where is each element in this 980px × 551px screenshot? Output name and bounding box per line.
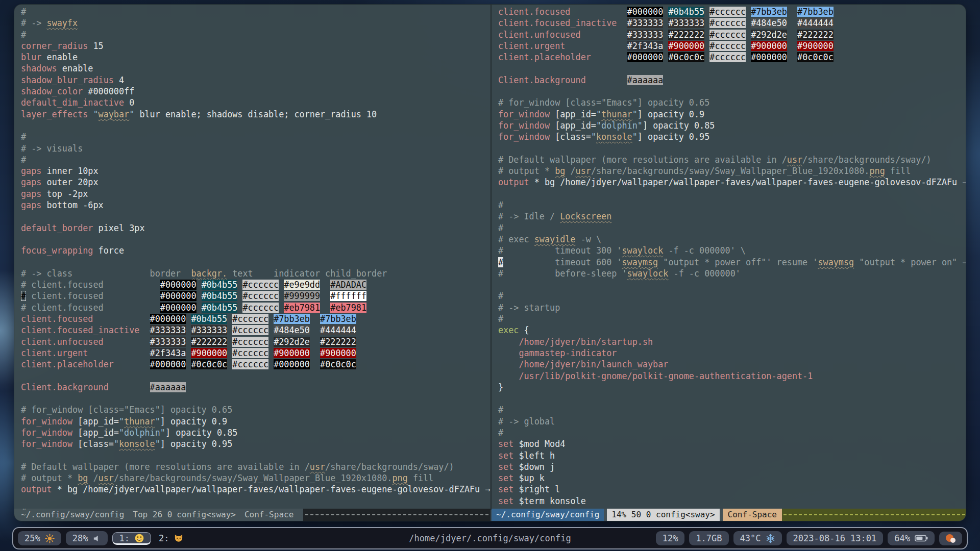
color-chip: #222222 bbox=[668, 30, 704, 40]
snowflake-icon bbox=[766, 534, 775, 543]
code-line: for_window [app_id="dolphin"] opacity 0.… bbox=[21, 427, 491, 438]
code-line: # before-sleep 'swaylock -f -c 000000' bbox=[498, 268, 966, 279]
workspace-2[interactable]: 2: bbox=[156, 532, 187, 544]
color-chip: #0c0c0c bbox=[797, 52, 834, 62]
color-chip: #0b4b55 bbox=[668, 7, 704, 17]
modeline-active[interactable]: ~/.config/sway/config 14% 50 0 config<sw… bbox=[492, 509, 966, 521]
code-line: # output * bg /usr/share/backgrounds/swa… bbox=[498, 165, 966, 177]
color-chip: #7bb3eb bbox=[751, 7, 787, 17]
code-line: blur enable bbox=[21, 52, 491, 63]
speaker-icon bbox=[92, 534, 101, 543]
code-line: # Default wallpaper (more resolutions ar… bbox=[498, 154, 966, 165]
memory-value: 1.7GB bbox=[696, 533, 722, 543]
code-line: # bbox=[21, 131, 491, 142]
brightness-module[interactable]: 25% bbox=[18, 531, 61, 545]
code-line: client.focused #000000 #0b4b55 #cccccc #… bbox=[21, 313, 491, 324]
color-chip: #0c0c0c bbox=[191, 359, 227, 369]
color-chip: #cccccc bbox=[242, 280, 279, 290]
volume-module[interactable]: 28% bbox=[66, 531, 108, 545]
color-chip: #aaaaaa bbox=[150, 382, 186, 392]
color-chip: #333333 bbox=[668, 18, 704, 28]
code-line bbox=[21, 450, 491, 461]
code-line: set $up k bbox=[498, 472, 966, 484]
modeline-fill bbox=[782, 509, 966, 521]
code-line: set $right l bbox=[498, 484, 966, 495]
code-line: # -> visuals bbox=[21, 143, 491, 154]
code-line: # for_window [class="Emacs"] opacity 0.6… bbox=[21, 404, 491, 415]
code-line bbox=[21, 370, 491, 382]
color-chip: #0b4b55 bbox=[202, 291, 238, 301]
code-line: # -> swayfx bbox=[21, 17, 491, 29]
modeline-file: ~/.config/sway/config bbox=[492, 509, 604, 521]
color-chip: #ffffff bbox=[330, 291, 366, 301]
workspace-1-label: 1: bbox=[119, 533, 129, 543]
color-chip: #000000 bbox=[751, 52, 787, 62]
code-line: gaps top -2px bbox=[21, 188, 491, 199]
color-chip: #cccccc bbox=[242, 303, 279, 313]
color-chip: #2f343a bbox=[150, 348, 186, 358]
code-line: # client.focused #000000 #0b4b55 #cccccc… bbox=[21, 302, 491, 313]
workspace-1[interactable]: 1: bbox=[112, 532, 151, 545]
code-line: # bbox=[21, 6, 491, 17]
code-line: client.focused_inactive #333333 #333333 … bbox=[21, 324, 491, 336]
color-chip: #000000 bbox=[160, 280, 197, 290]
modeline-position: Top 26 0 bbox=[133, 509, 172, 521]
color-chip: #7bb3eb bbox=[274, 314, 310, 324]
color-chip: #900000 bbox=[320, 348, 356, 358]
color-chip: #cccccc bbox=[232, 325, 268, 335]
code-line: # client.focused #000000 #0b4b55 #cccccc… bbox=[21, 279, 491, 290]
code-line: set $down j bbox=[498, 461, 966, 472]
color-chip: #cccccc bbox=[242, 291, 279, 301]
modeline-input-mode: Conf-Space bbox=[723, 509, 782, 521]
color-chip: #444444 bbox=[797, 18, 834, 28]
code-line: client.placeholder #000000 #0c0c0c #cccc… bbox=[21, 359, 491, 370]
editor-pane-right[interactable]: client.focused #000000 #0b4b55 #cccccc #… bbox=[492, 5, 966, 510]
code-line: # bbox=[21, 154, 491, 165]
color-chip: #000000 bbox=[627, 52, 664, 62]
color-chip: #222222 bbox=[797, 30, 834, 40]
code-line: shadow_color #000000ff bbox=[21, 86, 491, 97]
code-line: /usr/lib/polkit-gnome/polkit-gnome-authe… bbox=[498, 370, 966, 382]
color-chip: #0c0c0c bbox=[320, 359, 356, 369]
code-line bbox=[21, 495, 491, 507]
code-line: client.unfocused #333333 #222222 #cccccc… bbox=[498, 29, 966, 40]
color-chip: #444444 bbox=[320, 325, 356, 335]
code-line: # Default wallpaper (more resolutions ar… bbox=[21, 461, 491, 472]
color-chip: #333333 bbox=[150, 325, 186, 335]
color-chip: #e9e9dd bbox=[284, 280, 320, 290]
color-chip: #0c0c0c bbox=[668, 52, 704, 62]
code-line: # bbox=[498, 199, 966, 211]
code-line: # timeout 300 'swaylock -f -c 000000' \ bbox=[498, 245, 966, 256]
code-line: gaps bottom -6px bbox=[21, 199, 491, 211]
color-chip: #cccccc bbox=[232, 359, 268, 369]
cpu-module[interactable]: 12% bbox=[656, 531, 685, 545]
color-chip: #cccccc bbox=[709, 7, 746, 17]
code-line: client.urgent #2f343a #900000 #cccccc #9… bbox=[498, 40, 966, 52]
color-chip: #000000 bbox=[160, 303, 197, 313]
code-line: Client.background #aaaaaa bbox=[21, 382, 491, 393]
color-chip: #333333 bbox=[627, 18, 664, 28]
code-line bbox=[498, 86, 966, 97]
code-line: output * bg /home/jdyer/wallpaper/wallpa… bbox=[498, 177, 966, 188]
code-line: focus_wrapping force bbox=[21, 245, 491, 256]
cpu-value: 12% bbox=[663, 533, 678, 543]
code-line: # timeout 600 'swaymsg "output * power o… bbox=[498, 257, 966, 268]
clock-module[interactable]: 2023-08-16 13:01 bbox=[787, 531, 884, 545]
battery-module[interactable]: 64% bbox=[888, 531, 935, 545]
code-line: client.urgent #2f343a #900000 #cccccc #9… bbox=[21, 347, 491, 359]
cat-emoji-icon bbox=[174, 533, 184, 543]
temperature-module[interactable]: 43°C bbox=[733, 531, 782, 545]
code-line: # bbox=[498, 313, 966, 324]
code-line: client.unfocused #333333 #222222 #cccccc… bbox=[21, 336, 491, 347]
color-chip: #0b4b55 bbox=[202, 303, 238, 313]
modeline-fill bbox=[303, 509, 491, 521]
color-chip: #eb7981 bbox=[284, 303, 320, 313]
color-chip: #eb7981 bbox=[330, 303, 366, 313]
color-chip: #cccccc bbox=[232, 348, 268, 358]
memory-module[interactable]: 1.7GB bbox=[689, 531, 728, 545]
editor-pane-left[interactable]: ## -> swayfx#corner_radius 15blur enable… bbox=[14, 5, 491, 510]
code-line: # -> class border backgr. text indicator… bbox=[21, 268, 491, 279]
modeline-inactive[interactable]: ~/.config/sway/config Top 26 0 config<sw… bbox=[14, 509, 491, 521]
code-line bbox=[498, 143, 966, 154]
tray-module[interactable] bbox=[939, 532, 962, 545]
